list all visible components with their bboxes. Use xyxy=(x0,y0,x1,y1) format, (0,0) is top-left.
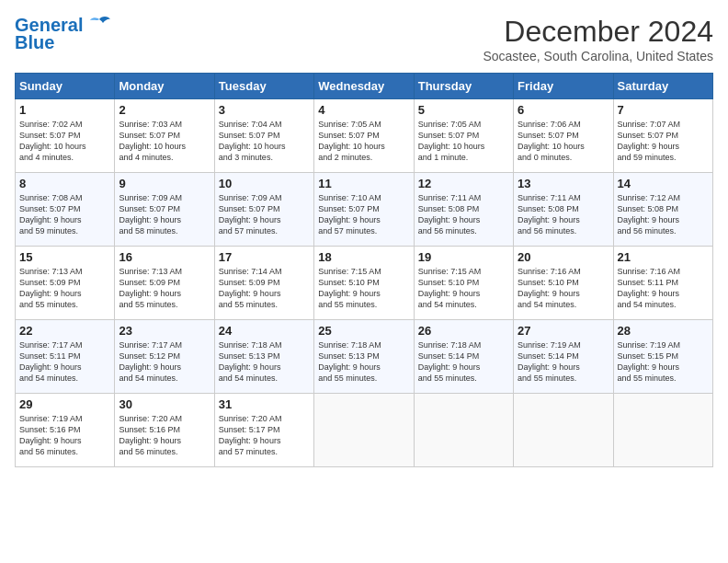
calendar-cell: 20Sunrise: 7:16 AMSunset: 5:10 PMDayligh… xyxy=(514,247,613,320)
sun-time: Sunrise: 7:20 AM xyxy=(219,414,282,423)
day-content: Sunrise: 7:12 AMSunset: 5:08 PMDaylight:… xyxy=(618,192,709,237)
day-content: Sunrise: 7:06 AMSunset: 5:07 PMDaylight:… xyxy=(518,119,609,164)
sun-time: Sunset: 5:15 PM xyxy=(618,351,679,361)
sun-time: Sunset: 5:09 PM xyxy=(119,278,180,287)
daylight-minutes: and 54 minutes. xyxy=(618,300,677,309)
calendar-cell: 23Sunrise: 7:17 AMSunset: 5:12 PMDayligh… xyxy=(115,320,214,394)
sun-time: Sunrise: 7:19 AM xyxy=(518,340,581,350)
daylight-hours: Daylight: 9 hours xyxy=(219,436,281,445)
daylight-minutes: and 54 minutes. xyxy=(219,373,278,383)
sun-time: Sunset: 5:07 PM xyxy=(19,204,81,213)
sun-time: Sunrise: 7:20 AM xyxy=(119,414,182,423)
daylight-minutes: and 58 minutes. xyxy=(119,226,177,236)
daylight-minutes: and 1 minute. xyxy=(418,153,469,162)
sun-time: Sunset: 5:13 PM xyxy=(318,351,380,361)
day-content: Sunrise: 7:17 AMSunset: 5:12 PMDaylight:… xyxy=(119,339,210,385)
daylight-minutes: and 55 minutes. xyxy=(418,373,477,383)
page-header: General Blue December 2024 Socastee, Sou… xyxy=(15,15,713,63)
sun-time: Sunrise: 7:19 AM xyxy=(19,414,83,423)
day-number: 4 xyxy=(318,103,409,117)
day-content: Sunrise: 7:09 AMSunset: 5:07 PMDaylight:… xyxy=(119,192,210,237)
logo-blue-text: Blue xyxy=(15,32,54,53)
sun-time: Sunset: 5:09 PM xyxy=(19,278,81,287)
day-number: 27 xyxy=(518,324,609,338)
daylight-minutes: and 4 minutes. xyxy=(19,153,74,162)
day-content: Sunrise: 7:20 AMSunset: 5:17 PMDaylight:… xyxy=(219,413,310,458)
daylight-hours: Daylight: 9 hours xyxy=(119,215,181,224)
daylight-minutes: and 56 minutes. xyxy=(119,447,177,456)
day-content: Sunrise: 7:04 AMSunset: 5:07 PMDaylight:… xyxy=(219,119,310,164)
sun-time: Sunset: 5:09 PM xyxy=(219,278,280,287)
day-content: Sunrise: 7:11 AMSunset: 5:08 PMDaylight:… xyxy=(418,192,509,237)
day-content: Sunrise: 7:13 AMSunset: 5:09 PMDaylight:… xyxy=(19,266,110,311)
weekday-header-tuesday: Tuesday xyxy=(214,74,313,99)
title-section: December 2024 Socastee, South Carolina, … xyxy=(483,15,713,63)
daylight-hours: Daylight: 9 hours xyxy=(618,215,680,224)
day-content: Sunrise: 7:18 AMSunset: 5:14 PMDaylight:… xyxy=(418,339,509,385)
sun-time: Sunset: 5:07 PM xyxy=(19,131,81,140)
day-number: 1 xyxy=(19,103,110,117)
day-content: Sunrise: 7:18 AMSunset: 5:13 PMDaylight:… xyxy=(219,339,310,385)
sun-time: Sunset: 5:10 PM xyxy=(318,278,380,287)
sun-time: Sunset: 5:14 PM xyxy=(518,351,579,361)
day-number: 16 xyxy=(119,250,210,264)
calendar-cell: 13Sunrise: 7:11 AMSunset: 5:08 PMDayligh… xyxy=(514,173,613,247)
sun-time: Sunrise: 7:18 AM xyxy=(318,340,381,350)
sun-time: Sunrise: 7:15 AM xyxy=(418,267,482,276)
day-number: 23 xyxy=(119,324,210,338)
day-content: Sunrise: 7:03 AMSunset: 5:07 PMDaylight:… xyxy=(119,119,210,164)
sun-time: Sunrise: 7:13 AM xyxy=(19,267,83,276)
day-content: Sunrise: 7:07 AMSunset: 5:07 PMDaylight:… xyxy=(618,119,709,164)
day-content: Sunrise: 7:05 AMSunset: 5:07 PMDaylight:… xyxy=(418,119,509,164)
sun-time: Sunset: 5:07 PM xyxy=(518,131,579,140)
daylight-minutes: and 54 minutes. xyxy=(518,300,576,309)
sun-time: Sunrise: 7:09 AM xyxy=(219,193,282,202)
calendar-week-3: 15Sunrise: 7:13 AMSunset: 5:09 PMDayligh… xyxy=(16,247,713,320)
calendar-header-row: SundayMondayTuesdayWednesdayThursdayFrid… xyxy=(16,74,713,99)
daylight-minutes: and 54 minutes. xyxy=(19,373,78,383)
daylight-hours: Daylight: 9 hours xyxy=(19,362,82,372)
daylight-hours: Daylight: 9 hours xyxy=(19,436,82,445)
calendar-cell: 1Sunrise: 7:02 AMSunset: 5:07 PMDaylight… xyxy=(16,99,115,173)
daylight-minutes: and 55 minutes. xyxy=(518,373,576,383)
weekday-header-friday: Friday xyxy=(514,74,613,99)
day-content: Sunrise: 7:10 AMSunset: 5:07 PMDaylight:… xyxy=(318,192,409,237)
sun-time: Sunrise: 7:08 AM xyxy=(19,193,83,202)
calendar-week-4: 22Sunrise: 7:17 AMSunset: 5:11 PMDayligh… xyxy=(16,320,713,394)
day-content: Sunrise: 7:15 AMSunset: 5:10 PMDaylight:… xyxy=(418,266,509,311)
sun-time: Sunrise: 7:15 AM xyxy=(318,267,381,276)
day-content: Sunrise: 7:19 AMSunset: 5:16 PMDaylight:… xyxy=(19,413,110,458)
sun-time: Sunrise: 7:13 AM xyxy=(119,267,182,276)
daylight-hours: Daylight: 9 hours xyxy=(418,289,481,298)
day-number: 30 xyxy=(119,397,210,411)
sun-time: Sunset: 5:07 PM xyxy=(318,204,380,213)
day-number: 21 xyxy=(618,250,709,264)
sun-time: Sunset: 5:07 PM xyxy=(618,131,679,140)
calendar-cell: 9Sunrise: 7:09 AMSunset: 5:07 PMDaylight… xyxy=(115,173,214,247)
day-number: 24 xyxy=(219,324,310,338)
calendar-week-2: 8Sunrise: 7:08 AMSunset: 5:07 PMDaylight… xyxy=(16,173,713,247)
calendar-cell: 22Sunrise: 7:17 AMSunset: 5:11 PMDayligh… xyxy=(16,320,115,394)
sun-time: Sunset: 5:08 PM xyxy=(518,204,579,213)
day-number: 17 xyxy=(219,250,310,264)
calendar-cell: 25Sunrise: 7:18 AMSunset: 5:13 PMDayligh… xyxy=(314,320,414,394)
daylight-minutes: and 54 minutes. xyxy=(119,373,177,383)
location-subtitle: Socastee, South Carolina, United States xyxy=(483,49,713,63)
daylight-minutes: and 56 minutes. xyxy=(518,226,576,236)
sun-time: Sunrise: 7:05 AM xyxy=(418,120,482,129)
sun-time: Sunrise: 7:07 AM xyxy=(618,120,681,129)
sun-time: Sunrise: 7:03 AM xyxy=(119,120,182,129)
day-number: 31 xyxy=(219,397,310,411)
sun-time: Sunrise: 7:09 AM xyxy=(119,193,182,202)
daylight-hours: Daylight: 9 hours xyxy=(219,289,281,298)
sun-time: Sunset: 5:11 PM xyxy=(19,351,81,361)
sun-time: Sunset: 5:07 PM xyxy=(318,131,380,140)
daylight-hours: Daylight: 9 hours xyxy=(19,289,82,298)
sun-time: Sunset: 5:17 PM xyxy=(219,425,280,434)
calendar-table: SundayMondayTuesdayWednesdayThursdayFrid… xyxy=(15,73,713,467)
daylight-hours: Daylight: 10 hours xyxy=(318,142,385,151)
calendar-cell xyxy=(314,394,414,467)
daylight-minutes: and 0 minutes. xyxy=(518,153,572,162)
sun-time: Sunset: 5:07 PM xyxy=(219,204,280,213)
sun-time: Sunrise: 7:16 AM xyxy=(618,267,681,276)
